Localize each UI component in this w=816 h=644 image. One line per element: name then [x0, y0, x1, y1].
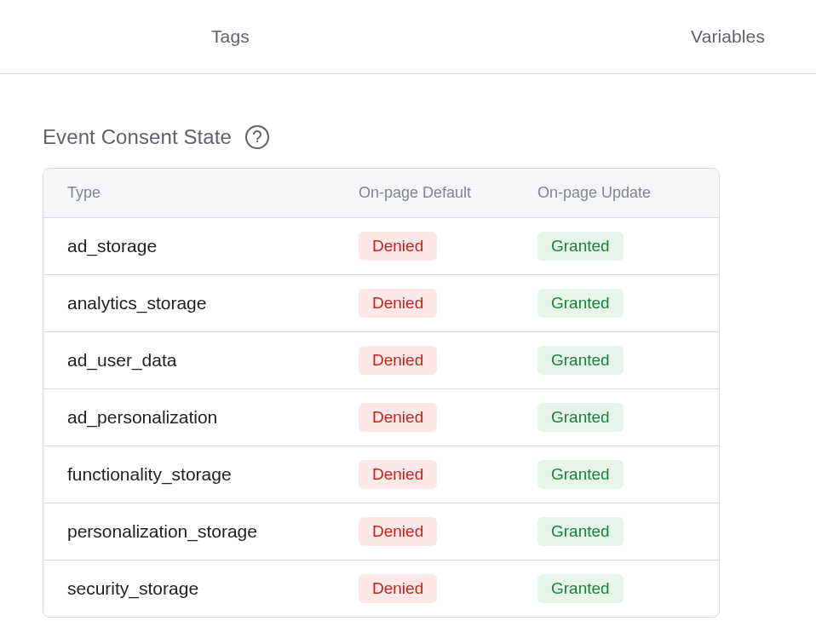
consent-default-col: Denied — [359, 517, 537, 546]
consent-default-col: Denied — [359, 574, 537, 603]
table-body: ad_storageDeniedGrantedanalytics_storage… — [43, 218, 719, 617]
consent-update-col: Granted — [537, 403, 719, 432]
consent-type: security_storage — [43, 578, 359, 599]
help-icon[interactable] — [245, 125, 269, 149]
header-default: On-page Default — [359, 184, 537, 202]
table-header: Type On-page Default On-page Update — [43, 169, 719, 218]
consent-default-col: Denied — [359, 289, 537, 318]
header-type: Type — [43, 184, 359, 202]
consent-update-col: Granted — [537, 517, 719, 546]
consent-type: functionality_storage — [43, 464, 359, 485]
table-row: security_storageDeniedGranted — [43, 561, 719, 617]
status-badge: Granted — [537, 517, 623, 546]
consent-update-col: Granted — [537, 460, 719, 489]
consent-default-col: Denied — [359, 403, 537, 432]
status-badge: Denied — [359, 289, 437, 318]
table-row: ad_user_dataDeniedGranted — [43, 332, 719, 389]
status-badge: Granted — [537, 403, 623, 432]
consent-update-col: Granted — [537, 232, 719, 261]
consent-default-col: Denied — [359, 460, 537, 489]
table-row: analytics_storageDeniedGranted — [43, 275, 719, 332]
status-badge: Denied — [359, 517, 437, 546]
status-badge: Granted — [537, 232, 623, 261]
consent-update-col: Granted — [537, 346, 719, 375]
table-row: ad_personalizationDeniedGranted — [43, 389, 719, 446]
tabs-bar: Tags Variables — [0, 0, 816, 74]
status-badge: Denied — [359, 403, 437, 432]
status-badge: Denied — [359, 346, 437, 375]
table-row: functionality_storageDeniedGranted — [43, 446, 719, 503]
tab-tags[interactable]: Tags — [211, 26, 250, 47]
status-badge: Denied — [359, 574, 437, 603]
table-row: personalization_storageDeniedGranted — [43, 503, 719, 561]
section-title: Event Consent State — [43, 125, 232, 149]
consent-type: ad_storage — [43, 236, 359, 256]
consent-type: ad_personalization — [43, 407, 359, 428]
consent-update-col: Granted — [537, 289, 719, 318]
content-area: Event Consent State Type On-page Default… — [0, 74, 816, 618]
status-badge: Granted — [537, 574, 623, 603]
status-badge: Denied — [359, 232, 437, 261]
status-badge: Denied — [359, 460, 437, 489]
status-badge: Granted — [537, 289, 623, 318]
status-badge: Granted — [537, 460, 623, 489]
consent-default-col: Denied — [359, 346, 537, 375]
consent-table: Type On-page Default On-page Update ad_s… — [43, 168, 720, 618]
consent-default-col: Denied — [359, 232, 537, 261]
status-badge: Granted — [537, 346, 623, 375]
consent-type: personalization_storage — [43, 521, 359, 542]
table-row: ad_storageDeniedGranted — [43, 218, 719, 275]
consent-type: analytics_storage — [43, 293, 359, 313]
consent-update-col: Granted — [537, 574, 719, 603]
consent-type: ad_user_data — [43, 350, 359, 371]
header-update: On-page Update — [537, 184, 719, 202]
section-header: Event Consent State — [43, 125, 773, 149]
tab-variables[interactable]: Variables — [691, 26, 765, 47]
